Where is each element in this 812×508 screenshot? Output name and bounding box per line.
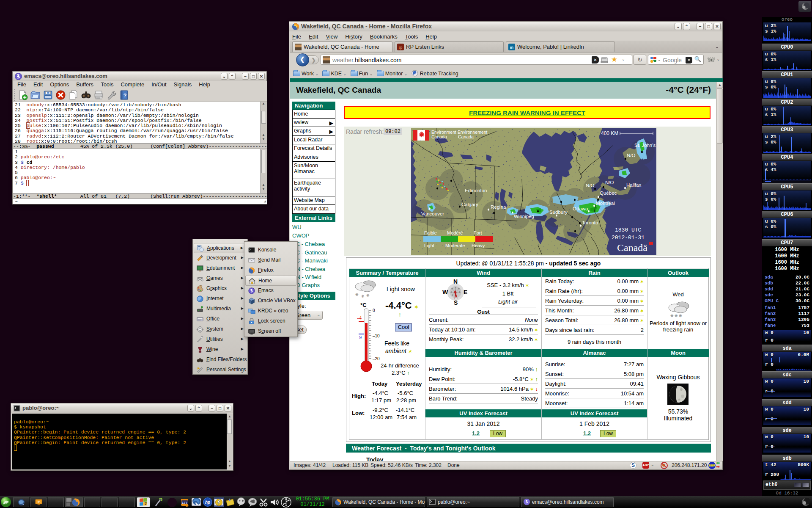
svg-text:in: in xyxy=(510,45,513,50)
svg-text:Modéré: Modéré xyxy=(447,230,463,235)
svg-text:❋: ❋ xyxy=(361,294,365,298)
svg-text:Moderate: Moderate xyxy=(445,243,465,248)
svg-text:Edmonton: Edmonton xyxy=(465,188,487,193)
svg-text:❋ ❋ ❋: ❋ ❋ ❋ xyxy=(670,314,682,318)
svg-text:St. John's: St. John's xyxy=(634,143,656,148)
svg-text:Light: Light xyxy=(424,243,434,248)
svg-text:–20: –20 xyxy=(373,356,380,361)
svg-text:Halifax: Halifax xyxy=(626,182,641,188)
svg-text:7: 7 xyxy=(145,502,147,506)
svg-text:Sudbury: Sudbury xyxy=(549,210,568,215)
svg-text:hp: hp xyxy=(205,500,210,505)
svg-text:Faible: Faible xyxy=(424,230,437,235)
svg-text:Vancouver: Vancouver xyxy=(421,211,444,216)
svg-text:N/O: N/O xyxy=(605,180,614,185)
svg-text:N/O: N/O xyxy=(586,183,595,188)
svg-text:?: ? xyxy=(123,93,127,99)
svg-text:–9: –9 xyxy=(357,335,362,340)
svg-text:Canadä: Canadä xyxy=(617,242,647,253)
svg-text:–10: –10 xyxy=(373,334,380,338)
svg-text:–4: –4 xyxy=(357,316,362,320)
svg-text:rp: rp xyxy=(399,45,402,50)
svg-text:❋: ❋ xyxy=(355,293,359,297)
svg-text:1830 UTC: 1830 UTC xyxy=(615,227,642,233)
svg-text:400 KM: 400 KM xyxy=(601,130,618,136)
svg-text:Ottawa: Ottawa xyxy=(573,206,588,211)
svg-text:177: 177 xyxy=(182,501,188,505)
svg-text:Toronto: Toronto xyxy=(582,220,598,225)
svg-text:2012-01-31: 2012-01-31 xyxy=(612,235,645,241)
svg-text:Montréal: Montréal xyxy=(596,201,615,206)
svg-text:Regina: Regina xyxy=(491,204,506,210)
svg-text:Québec: Québec xyxy=(600,190,617,196)
svg-text:Canada Canada: Canada Canada xyxy=(431,134,474,139)
svg-text:Fort: Fort xyxy=(474,230,482,235)
svg-text:Calgary: Calgary xyxy=(461,202,478,207)
svg-text:❋: ❋ xyxy=(366,293,370,298)
svg-text:Heavy: Heavy xyxy=(472,243,485,248)
svg-text:Winnipeg: Winnipeg xyxy=(514,214,534,219)
svg-text:N/O: N/O xyxy=(627,153,636,158)
svg-text:0: 0 xyxy=(373,308,375,313)
